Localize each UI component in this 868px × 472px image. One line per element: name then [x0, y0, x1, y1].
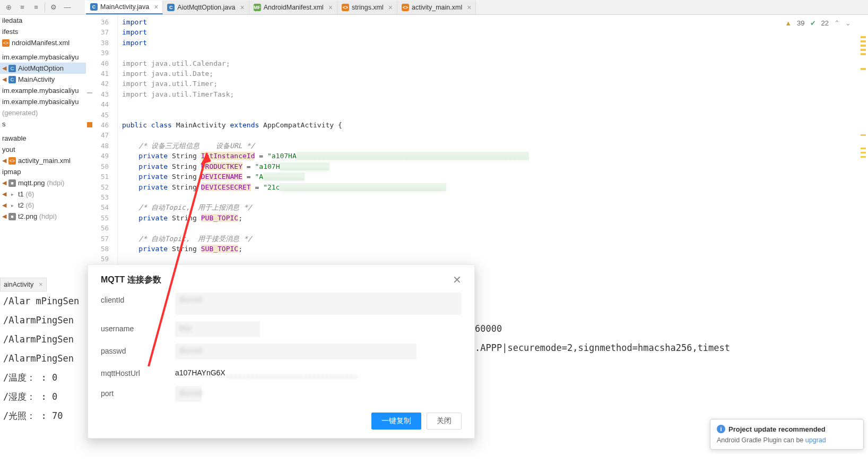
tree-item[interactable]: im.example.mybasicaliyu	[0, 96, 86, 107]
tree-item[interactable]: <>ndroidManifest.xml	[0, 37, 86, 48]
java-file-icon: C	[8, 76, 16, 83]
xml-file-icon: <>	[8, 157, 16, 165]
locate-icon[interactable]: ⊕	[2, 1, 15, 14]
separator	[45, 3, 45, 12]
notification-title: Project update recommended	[728, 425, 826, 433]
tree-item[interactable]: rawable	[0, 133, 86, 144]
tree-label: ipmap	[2, 168, 21, 176]
editor-tabs: CMainActivity.java×CAiotMqttOption.java×…	[86, 0, 868, 15]
tree-item[interactable]: im.example.mybasicaliyu	[0, 85, 86, 96]
tree-label: t2 (6)	[18, 201, 34, 209]
modal-field-row: passwdblurred	[101, 344, 462, 359]
hide-icon[interactable]: —	[61, 1, 74, 14]
file-type-icon: <>	[342, 4, 349, 11]
tree-label: ifests	[2, 28, 18, 36]
file-type-icon: C	[167, 4, 175, 11]
tree-label: activity_main.xml	[18, 157, 71, 165]
tree-item[interactable]: ◀▸t2 (6)	[0, 200, 86, 211]
tree-item[interactable]: im.example.mybasicaliyu	[0, 52, 86, 63]
inspection-summary[interactable]: ▲39 ✔22 ⌃ ⌄	[785, 19, 851, 27]
tree-label: (generated)	[2, 109, 38, 117]
tab-label: strings.xml	[352, 4, 384, 11]
gear-icon[interactable]: ⚙	[47, 1, 60, 14]
tree-label: iledata	[2, 16, 22, 24]
bottom-panel-tab[interactable]: ainActivity ×	[0, 278, 47, 291]
expand-icon[interactable]: ≡	[16, 1, 29, 14]
chevron-up-icon[interactable]: ⌃	[834, 19, 840, 27]
tree-label: rawable	[2, 134, 27, 142]
tree-item[interactable]: yout	[0, 144, 86, 155]
modal-field-row: clientIdblurred	[101, 293, 462, 315]
close-icon[interactable]: ×	[39, 281, 42, 288]
tab-label: AndroidManifest.xml	[264, 4, 324, 11]
editor-tab[interactable]: CMainActivity.java×	[86, 1, 163, 14]
file-type-icon: MF	[254, 4, 261, 11]
chevron-icon: ◀	[2, 65, 6, 72]
notification-panel[interactable]: i Project update recommended Android Gra…	[710, 419, 864, 450]
project-toolbar: ⊕ ≡ ≡ ⚙ —	[0, 0, 85, 15]
xml-file-icon: <>	[2, 39, 10, 47]
file-type-icon: <>	[402, 4, 409, 11]
tree-item[interactable]: ◀■t2.png (hdpi)	[0, 211, 86, 222]
file-type-icon: C	[90, 3, 98, 11]
tree-label: t2.png (hdpi)	[18, 212, 57, 220]
close-icon[interactable]: ×	[388, 3, 393, 12]
mqtt-params-dialog: MQTT 连接参数 ✕ clientIdblurredusernameblurp…	[88, 264, 475, 439]
dialog-title: MQTT 连接参数	[101, 274, 161, 286]
tree-item[interactable]: ifests	[0, 26, 86, 37]
collapse-icon[interactable]: ≡	[30, 1, 42, 14]
field-value[interactable]: blurred	[175, 344, 416, 359]
chevron-icon: ◀	[2, 202, 6, 209]
image-file-icon: ■	[8, 213, 16, 220]
close-icon[interactable]: ×	[154, 3, 158, 11]
code-editor[interactable]: importimportimport import java.util.Cale…	[118, 15, 855, 278]
tab-label: activity_main.xml	[412, 4, 462, 11]
close-icon[interactable]: ✕	[453, 273, 462, 286]
close-icon[interactable]: ×	[467, 3, 471, 12]
tree-label: ndroidManifest.xml	[12, 39, 70, 47]
tree-label: MainActivity	[18, 75, 55, 83]
editor-tab[interactable]: CAiotMqttOption.java×	[163, 1, 249, 14]
info-icon: i	[717, 425, 725, 433]
tree-label: mqtt.png (hdpi)	[18, 179, 64, 187]
tree-item[interactable]: ipmap	[0, 166, 86, 177]
tree-item[interactable]: s	[0, 118, 86, 130]
tree-item[interactable]: ◀CMainActivity	[0, 74, 86, 85]
close-button[interactable]: 关闭	[427, 413, 462, 430]
upgrade-link[interactable]: upgrad	[805, 436, 826, 444]
tree-item[interactable]: (generated)	[0, 107, 86, 118]
console-right: 60000 .APPP|securemode=2,signmethod=hmac…	[475, 319, 868, 357]
tab-label: MainActivity.java	[100, 3, 149, 11]
field-value[interactable]: blurred	[175, 386, 202, 402]
field-label: port	[101, 386, 175, 398]
image-file-icon: ■	[8, 179, 16, 187]
tree-label: t1 (6)	[18, 190, 34, 198]
tree-item[interactable]: ◀CAiotMqttOption	[0, 63, 86, 74]
folder-icon: ▸	[8, 202, 16, 209]
field-value[interactable]: blurred	[175, 293, 462, 315]
field-label: username	[101, 321, 175, 333]
chevron-down-icon[interactable]: ⌄	[845, 19, 851, 27]
tree-label: s	[2, 120, 6, 128]
chevron-icon: ◀	[2, 179, 6, 186]
field-label: passwd	[101, 344, 175, 355]
error-stripe[interactable]	[856, 15, 868, 278]
tree-item[interactable]: ◀■mqtt.png (hdpi)	[0, 177, 86, 188]
editor-tab[interactable]: MFAndroidManifest.xml×	[249, 1, 337, 14]
gutter: 3637383940414243444546474849505152535455…	[86, 15, 118, 278]
field-value[interactable]: a107HAYnG6X_____________________________…	[175, 366, 462, 380]
warning-icon: ▲	[785, 19, 792, 27]
java-file-icon: C	[8, 65, 16, 72]
copy-button[interactable]: 一键复制	[371, 413, 421, 430]
field-value[interactable]: blur	[175, 321, 260, 337]
tree-item[interactable]: ◀<>activity_main.xml	[0, 155, 86, 166]
close-icon[interactable]: ×	[328, 3, 333, 12]
tree-item[interactable]: iledata	[0, 15, 86, 26]
close-icon[interactable]: ×	[240, 3, 244, 12]
chevron-icon: ◀	[2, 191, 6, 198]
editor-tab[interactable]: <>strings.xml×	[337, 1, 397, 14]
bottom-tab-label: ainActivity	[4, 281, 33, 288]
editor-tab[interactable]: <>activity_main.xml×	[397, 1, 476, 14]
tree-item[interactable]: ◀▸t1 (6)	[0, 188, 86, 200]
tree-label: AiotMqttOption	[18, 64, 64, 72]
